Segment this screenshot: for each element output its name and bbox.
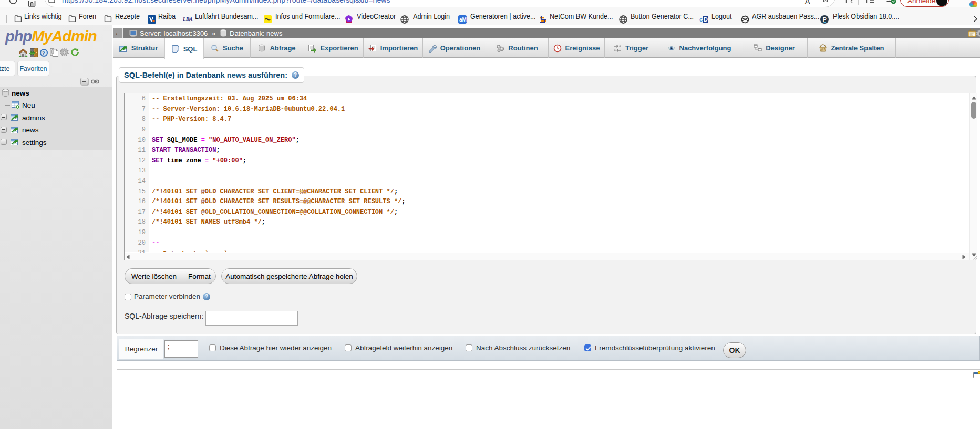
- svg-text:LBA: LBA: [183, 17, 192, 22]
- svg-text:D: D: [704, 16, 708, 23]
- svg-text:c: c: [699, 16, 703, 23]
- svg-text:?: ?: [42, 50, 45, 56]
- svg-text:aM: aM: [459, 17, 467, 23]
